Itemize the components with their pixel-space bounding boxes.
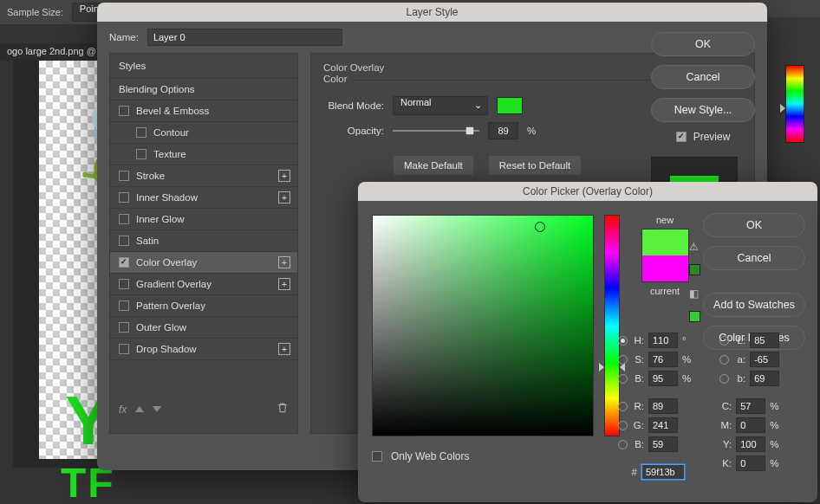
trash-icon[interactable] [277,402,289,417]
cp-ok-button[interactable]: OK [703,213,805,237]
s-label: S: [632,354,644,365]
pattern-overlay-row[interactable]: Pattern Overlay [110,295,297,317]
color-fieldset-label: Color [323,74,352,84]
pct-unit: % [682,354,691,365]
h-input[interactable] [648,333,678,348]
document-tab[interactable]: ogo large 2nd.png @ [0,43,103,61]
pattern-overlay-checkbox[interactable] [119,300,129,311]
gradient-overlay-checkbox[interactable] [119,279,129,289]
drop-shadow-label: Drop Shadow [136,344,197,354]
fx-label[interactable]: fx [119,404,127,416]
drop-shadow-checkbox[interactable] [119,344,129,354]
a-radio[interactable] [719,355,729,365]
stroke-row[interactable]: Stroke+ [110,165,297,187]
slider-thumb[interactable] [463,124,478,139]
satin-checkbox[interactable] [119,236,129,246]
overlay-color-swatch[interactable] [497,97,523,114]
add-to-swatches-button[interactable]: Add to Swatches [703,293,805,317]
preview-checkbox[interactable] [676,132,687,142]
color-ramp[interactable] [785,65,804,143]
websafe-swatch-2[interactable] [689,311,700,322]
cube-icon[interactable]: ◧ [689,288,700,299]
inner-glow-row[interactable]: Inner Glow [110,209,297,230]
stroke-checkbox[interactable] [119,171,129,181]
r-radio[interactable] [618,402,628,411]
stroke-label: Stroke [136,171,165,181]
color-field[interactable] [372,215,594,436]
color-overlay-row[interactable]: Color Overlay+ [110,252,297,274]
contour-row[interactable]: Contour [110,122,297,144]
outer-glow-row[interactable]: Outer Glow [110,317,297,339]
bevel-checkbox[interactable] [119,106,129,116]
color-overlay-checkbox[interactable] [119,257,129,268]
cancel-button[interactable]: Cancel [651,65,755,89]
y-label: Y: [719,439,732,449]
l-radio[interactable] [719,336,729,346]
make-default-button[interactable]: Make Default [393,155,474,176]
move-up-icon[interactable] [135,406,144,412]
g-radio[interactable] [618,421,628,430]
bl-radio[interactable] [618,440,628,449]
current-color-swatch[interactable] [642,255,688,281]
r-input[interactable] [648,398,678,414]
outer-glow-checkbox[interactable] [119,322,129,333]
layer-name-input[interactable] [147,29,342,46]
blending-options-row[interactable]: Blending Options [110,79,297,100]
styles-footer: fx [110,395,297,423]
b-input[interactable] [648,371,678,386]
y-input[interactable] [736,436,765,452]
color-field-cursor[interactable] [535,222,545,232]
reset-default-button[interactable]: Reset to Default [488,155,582,176]
gradient-overlay-row[interactable]: Gradient Overlay+ [110,274,297,295]
contour-label: Contour [153,127,189,138]
hex-input[interactable] [641,464,685,480]
inner-glow-checkbox[interactable] [119,214,129,224]
l-input[interactable] [750,333,779,348]
texture-checkbox[interactable] [136,149,146,159]
inner-shadow-add-icon[interactable]: + [278,191,290,204]
satin-label: Satin [136,236,159,246]
m-pct: % [770,420,778,430]
s-radio[interactable] [618,355,628,365]
hue-arrow-left-icon[interactable] [599,363,604,372]
styles-list: Styles Blending Options Bevel & Emboss C… [109,53,298,434]
satin-row[interactable]: Satin [110,230,297,252]
drop-shadow-add-icon[interactable]: + [278,343,290,355]
percent-label: % [527,126,536,136]
color-picker-titlebar[interactable]: Color Picker (Overlay Color) [358,182,817,201]
k-input[interactable] [736,456,765,471]
websafe-swatch[interactable] [689,264,700,275]
lab-b-input[interactable] [750,371,779,386]
texture-row[interactable]: Texture [110,144,297,165]
move-down-icon[interactable] [153,406,161,412]
color-overlay-add-icon[interactable]: + [278,256,290,268]
opacity-input[interactable] [488,122,518,139]
drop-shadow-row[interactable]: Drop Shadow+ [110,339,297,360]
bevel-row[interactable]: Bevel & Emboss [110,100,297,122]
stroke-add-icon[interactable]: + [278,170,290,182]
cp-cancel-button[interactable]: Cancel [703,246,805,270]
new-color-swatch[interactable] [642,229,688,255]
blending-options-label: Blending Options [119,84,195,94]
b-radio[interactable] [618,374,628,384]
c-input[interactable] [736,398,765,414]
layer-style-titlebar[interactable]: Layer Style [97,3,767,22]
lab-b-radio[interactable] [719,374,729,384]
inner-shadow-row[interactable]: Inner Shadow+ [110,187,297,209]
new-style-button[interactable]: New Style... [651,98,755,122]
a-input[interactable] [750,352,779,367]
opacity-slider[interactable] [393,130,479,132]
only-web-colors-checkbox[interactable] [372,451,382,462]
gradient-overlay-add-icon[interactable]: + [278,278,290,290]
styles-header[interactable]: Styles [110,54,297,79]
s-input[interactable] [648,352,678,367]
gamut-warning-icon[interactable]: ⚠ [689,241,700,252]
blend-mode-select[interactable]: Normal⌄ [393,96,488,115]
contour-checkbox[interactable] [136,127,146,138]
m-input[interactable] [736,417,765,433]
ok-button[interactable]: OK [651,32,755,56]
h-radio[interactable] [618,336,628,346]
inner-shadow-checkbox[interactable] [119,192,129,203]
bl-input[interactable] [648,436,678,452]
g-input[interactable] [648,417,678,433]
